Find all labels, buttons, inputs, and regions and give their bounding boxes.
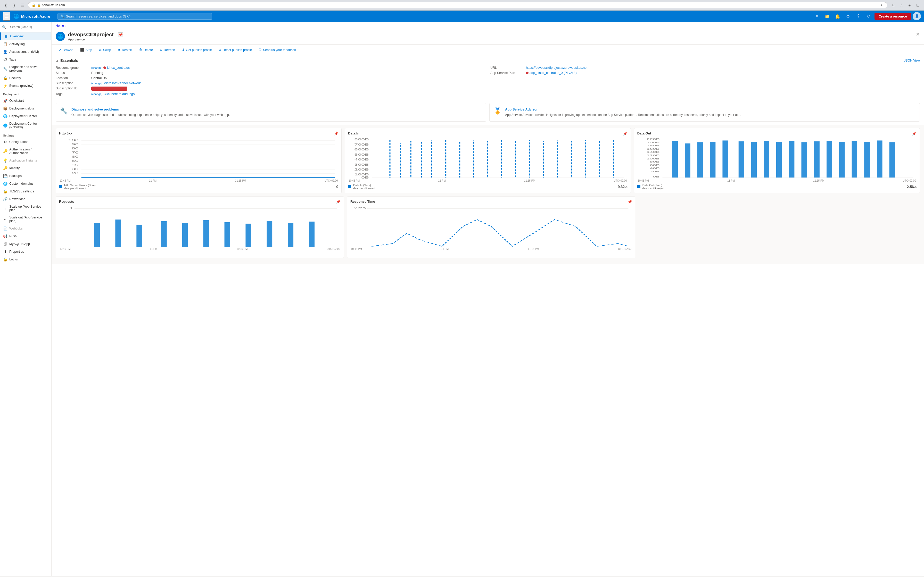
http5xx-pin-btn[interactable]: 📌 [334,131,338,135]
sidebar-item-scale-up[interactable]: ↑ Scale up (App Service plan) [0,203,51,214]
new-tab-icon[interactable]: + [906,2,913,8]
app-service-plan-link[interactable]: asp_Linux_centralus_0 (P1v2: 1) [530,71,577,75]
svg-text:500B: 500B [354,153,369,156]
subscription-link[interactable]: Microsoft Partner Network [103,81,141,85]
tags-add-link[interactable]: Click here to add tags [103,92,134,96]
help-btn[interactable]: ? [854,12,863,21]
data-in-pin-btn[interactable]: 📌 [623,131,627,135]
data-in-value: 9.32kB [618,185,627,189]
advisor-card[interactable]: 🏅 App Service Advisor App Service Adviso… [489,103,920,122]
svg-rect-98 [267,221,272,247]
sidebar-item-identity[interactable]: 🔑 Identity [0,164,51,172]
sidebar-item-tags[interactable]: 🏷 Tags [0,56,51,63]
sidebar-item-deployment-center-preview[interactable]: 🌐 Deployment Center (Preview) [0,120,51,131]
home-link[interactable]: Home [56,24,64,27]
address-bar[interactable]: 🔒 🔒 portal.azure.com ↻ [28,2,887,8]
restart-btn[interactable]: ↺ Restart [115,46,135,53]
sidebar-item-tls-ssl[interactable]: 🔒 TLS/SSL settings [0,187,51,195]
url-text: 🔒 portal.azure.com [37,3,65,7]
svg-rect-71 [710,142,716,177]
http5xx-legend-area: Http Server Errors (Sum) devopscidiproje… [64,184,96,190]
sidebar-toggle-btn[interactable]: ☰ [19,2,25,8]
notifications-btn[interactable]: 🔔 [833,12,842,21]
close-btn[interactable]: ✕ [916,32,920,37]
data-out-value: 2.56kB [907,185,916,189]
share-icon[interactable]: ⎙ [890,2,896,8]
sidebar-item-access-control[interactable]: 👤 Access control (IAM) [0,48,51,56]
settings-btn[interactable]: ⚙ [843,12,852,21]
sidebar-item-scale-out[interactable]: ↔ Scale out (App Service plan) [0,214,51,225]
nav-back-btn[interactable]: ❮ [3,2,9,8]
create-resource-btn[interactable]: Create a resource [874,13,911,20]
svg-rect-94 [182,223,188,247]
data-out-legend-area: Data Out (Sum) devopscidiproject [643,184,664,190]
sidebar-item-deployment-center[interactable]: 🌐 Deployment Center [0,112,51,120]
resource-subtitle: App Service [68,38,123,41]
subscription-row: Subscription (change) Microsoft Partner … [56,81,485,86]
sidebar-item-activity-log[interactable]: 📋 Activity log [0,40,51,48]
sidebar-item-push[interactable]: 📢 Push [0,232,51,240]
status-value: Running [91,71,103,75]
sidebar-item-label: Access control (IAM) [9,50,39,53]
sidebar-item-backups[interactable]: 💾 Backups [0,172,51,180]
refresh-icon[interactable]: ↻ [881,3,884,7]
tags-change-link[interactable]: (change) [91,92,102,95]
json-view-link[interactable]: JSON View [904,59,920,62]
diagnose-card-title[interactable]: Diagnose and solve problems [71,107,230,111]
refresh-btn[interactable]: ↻ Refresh [157,46,178,53]
sidebar-item-diagnose[interactable]: 🔧 Diagnose and solve problems [0,63,51,74]
sidebar-item-security[interactable]: 🔒 Security [0,74,51,82]
data-out-pin-btn[interactable]: 📌 [912,131,916,135]
split-view-icon[interactable]: ⊡ [915,2,921,8]
stop-btn[interactable]: ⬛ Stop [78,46,95,53]
sidebar-item-quickstart[interactable]: 🚀 Quickstart [0,97,51,105]
subscription-change-link[interactable]: (change) [91,82,102,85]
requests-pin-btn[interactable]: 📌 [336,200,341,204]
reset-publish-btn[interactable]: ↺ Reset publish profile [216,46,255,53]
quickstart-icon: 🚀 [3,99,7,103]
cloud-shell-btn[interactable]: ⌗ [813,12,821,21]
sidebar-item-configuration[interactable]: ⚙ Configuration [0,138,51,146]
location-label: Location [56,76,89,80]
sidebar-item-auth-authorization[interactable]: 🔑 Authentication / Authorization [0,146,51,156]
avatar[interactable]: 👤 [913,12,921,20]
sidebar-search-input[interactable] [8,24,51,30]
browse-btn[interactable]: ↗ Browse [56,46,76,53]
feedback-topbar-btn[interactable]: ☺ [864,12,873,21]
deployment-center-preview-icon: 🌐 [3,123,7,127]
bookmark-icon[interactable]: ☆ [898,2,905,8]
sidebar-item-deployment-slots[interactable]: 📦 Deployment slots [0,105,51,112]
sidebar-item-locks[interactable]: 🔒 Locks [0,256,51,263]
response-time-pin-btn[interactable]: 📌 [627,200,632,204]
resource-group-change-link[interactable]: (change) [91,66,102,69]
get-publish-btn[interactable]: ⬇ Get publish profile [179,46,215,53]
tags-row: Tags (change) Click here to add tags [56,92,485,97]
feedback-btn[interactable]: ♡ Send us your feedback [256,46,299,53]
sidebar-item-overview[interactable]: ⊞ Overview [0,32,51,40]
data-in-chart-area: 800B 700B 600B 500B 400B 300B 200B 100B [348,137,627,179]
subscription-id-label: Subscription ID [56,87,89,90]
azure-app-name: Microsoft Azure [21,14,50,19]
sidebar-item-properties[interactable]: ℹ Properties [0,248,51,256]
sidebar-item-label: Locks [9,258,18,261]
swap-btn[interactable]: ⇄ Swap [96,46,114,53]
get-publish-label: Get publish profile [186,48,212,52]
sidebar: 🔍 ≫ ⊞ Overview 📋 Activity log 👤 Access c… [0,22,52,576]
directory-btn[interactable]: 📁 [823,12,832,21]
requests-header: Requests 📌 [59,200,341,204]
refresh-icon: ↻ [160,48,162,52]
url-link[interactable]: https://devopscidiproject.azurewebsites.… [526,66,587,69]
nav-forward-btn[interactable]: ❯ [11,2,17,8]
resource-group-link[interactable]: Linux_centralus [107,66,130,69]
advisor-card-title[interactable]: App Service Advisor [505,107,741,111]
diagnose-card[interactable]: 🔧 Diagnose and solve problems Our self-s… [56,103,486,122]
delete-btn[interactable]: 🗑 Delete [136,46,156,53]
collapse-chevron[interactable]: ▲ [56,59,59,62]
pin-btn[interactable]: 📌 [118,32,123,37]
sidebar-item-events[interactable]: ⚡ Events (preview) [0,82,51,90]
sidebar-item-custom-domains[interactable]: 🌐 Custom domains [0,180,51,187]
sidebar-item-networking[interactable]: 🔗 Networking [0,195,51,203]
azure-search-bar[interactable]: 🔍 Search resources, services, and docs (… [58,13,212,19]
sidebar-item-mysql[interactable]: 🗄 MySQL In App [0,240,51,248]
hamburger-menu-btn[interactable]: ☰ [3,12,10,21]
